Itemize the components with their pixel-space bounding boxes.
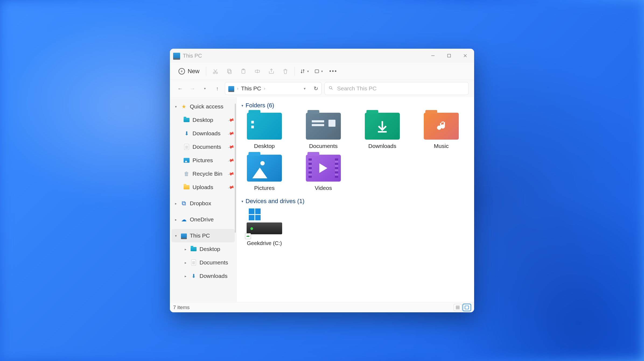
content-pane[interactable]: ▾ Folders (6) Desktop Documents D bbox=[237, 97, 474, 302]
search-bar[interactable] bbox=[324, 82, 469, 95]
desktop-folder-icon bbox=[247, 113, 282, 140]
folder-label: Videos bbox=[315, 185, 332, 191]
sidebar-item-label: Recycle Bin bbox=[192, 171, 222, 177]
sort-button[interactable]: ▾ bbox=[298, 68, 310, 74]
sidebar-item-label: Uploads bbox=[192, 184, 213, 190]
view-toggle bbox=[454, 304, 471, 311]
folder-item-pictures[interactable]: Pictures bbox=[242, 155, 287, 191]
sidebar-item-pictures[interactable]: Pictures 📌 bbox=[170, 154, 236, 167]
navigation-bar: ← → ▾ ↑ › This PC › ▾ ↻ bbox=[170, 80, 474, 97]
share-overlay-icon: ➦ bbox=[245, 233, 251, 239]
sidebar-item-pc-desktop[interactable]: ▸ Desktop bbox=[170, 242, 236, 256]
drive-item-c[interactable]: ➦ Geekdrive (C:) bbox=[242, 208, 287, 246]
sidebar-item-label: Documents bbox=[192, 144, 221, 150]
sidebar-item-label: Quick access bbox=[190, 103, 223, 110]
sidebar-item-downloads[interactable]: ⬇ Downloads 📌 bbox=[170, 127, 236, 140]
sidebar-item-recycle-bin[interactable]: 🗑 Recycle Bin 📌 bbox=[170, 167, 236, 180]
drives-grid: ➦ Geekdrive (C:) bbox=[242, 208, 469, 246]
section-title: Devices and drives (1) bbox=[246, 198, 304, 205]
paste-icon[interactable] bbox=[237, 65, 249, 77]
sidebar-item-quick-access[interactable]: ▾ ★ Quick access bbox=[170, 100, 236, 113]
delete-icon[interactable] bbox=[279, 65, 291, 77]
window-title: This PC bbox=[183, 53, 202, 59]
sidebar-item-pc-documents[interactable]: ▸ Documents bbox=[170, 256, 236, 269]
chevron-right-icon: ▸ bbox=[183, 261, 188, 265]
pin-icon: 📌 bbox=[228, 130, 235, 137]
folder-item-documents[interactable]: Documents bbox=[300, 113, 346, 149]
document-icon bbox=[184, 144, 189, 150]
search-input[interactable] bbox=[337, 85, 465, 92]
navigation-pane[interactable]: ▾ ★ Quick access Desktop 📌 ⬇ Downloads 📌… bbox=[170, 97, 237, 302]
chevron-down-icon: ▾ bbox=[174, 234, 178, 238]
onedrive-icon: ☁ bbox=[181, 216, 187, 223]
forward-button[interactable]: → bbox=[188, 84, 197, 93]
copy-icon[interactable] bbox=[223, 65, 235, 77]
sidebar-item-label: Downloads bbox=[192, 130, 220, 137]
details-view-button[interactable] bbox=[454, 304, 462, 311]
sidebar-item-label: Dropbox bbox=[190, 200, 211, 207]
search-icon bbox=[328, 86, 333, 92]
window-controls bbox=[430, 53, 471, 59]
folders-section-header[interactable]: ▾ Folders (6) bbox=[242, 102, 469, 109]
new-button-label: New bbox=[188, 68, 200, 75]
toolbar-separator bbox=[206, 67, 206, 76]
star-icon: ★ bbox=[181, 103, 187, 110]
maximize-button[interactable] bbox=[446, 53, 452, 59]
dropbox-icon: ⧉ bbox=[181, 200, 187, 207]
drive-icon: ➦ bbox=[246, 208, 283, 238]
sidebar-item-onedrive[interactable]: ▸ ☁ OneDrive bbox=[170, 213, 236, 226]
sidebar-item-desktop[interactable]: Desktop 📌 bbox=[170, 113, 236, 127]
breadcrumb-separator: › bbox=[264, 86, 265, 91]
pin-icon: 📌 bbox=[228, 170, 235, 177]
sidebar-item-this-pc[interactable]: ▾ This PC bbox=[172, 229, 235, 242]
folder-label: Music bbox=[434, 143, 449, 149]
sidebar-item-pc-downloads[interactable]: ▸ ⬇ Downloads bbox=[170, 269, 236, 283]
downloads-icon: ⬇ bbox=[190, 273, 197, 279]
drives-section-header[interactable]: ▾ Devices and drives (1) bbox=[242, 198, 469, 205]
back-button[interactable]: ← bbox=[175, 84, 185, 93]
pictures-icon bbox=[184, 158, 190, 163]
refresh-button[interactable]: ↻ bbox=[314, 85, 318, 92]
chevron-down-icon: ▾ bbox=[242, 199, 243, 203]
svg-line-15 bbox=[331, 89, 332, 90]
sidebar-item-dropbox[interactable]: ▸ ⧉ Dropbox bbox=[170, 197, 236, 210]
chevron-down-icon: ▾ bbox=[242, 104, 243, 108]
folder-icon bbox=[184, 185, 190, 189]
chevron-down-icon: ▾ bbox=[174, 105, 178, 109]
more-button[interactable]: ••• bbox=[327, 68, 340, 74]
folder-label: Downloads bbox=[368, 143, 396, 149]
music-folder-icon bbox=[424, 113, 459, 140]
toolbar-separator bbox=[295, 67, 295, 76]
sidebar-item-uploads[interactable]: Uploads 📌 bbox=[170, 180, 236, 194]
windows-logo-icon bbox=[249, 208, 261, 220]
folder-item-videos[interactable]: Videos bbox=[300, 155, 346, 191]
sidebar-item-documents[interactable]: Documents 📌 bbox=[170, 140, 236, 154]
recent-locations-button[interactable]: ▾ bbox=[200, 84, 210, 93]
breadcrumb-location[interactable]: This PC bbox=[241, 85, 261, 92]
tiles-view-button[interactable] bbox=[463, 304, 471, 311]
chevron-right-icon: ▸ bbox=[174, 201, 178, 206]
file-explorer-window: This PC + New bbox=[170, 49, 474, 312]
address-dropdown-button[interactable]: ▾ bbox=[304, 86, 306, 91]
sidebar-item-label: This PC bbox=[190, 232, 210, 239]
sidebar-item-label: Desktop bbox=[200, 246, 220, 252]
sidebar-item-label: Downloads bbox=[200, 273, 228, 279]
up-button[interactable]: ↑ bbox=[212, 84, 222, 93]
minimize-button[interactable] bbox=[430, 53, 436, 59]
new-button[interactable]: + New bbox=[175, 66, 203, 76]
address-bar[interactable]: › This PC › ▾ ↻ bbox=[225, 82, 322, 95]
rename-icon[interactable] bbox=[251, 65, 263, 77]
folder-item-desktop[interactable]: Desktop bbox=[242, 113, 287, 149]
folder-item-downloads[interactable]: Downloads bbox=[359, 113, 405, 149]
view-button[interactable]: ▾ bbox=[313, 69, 324, 74]
close-button[interactable] bbox=[462, 53, 468, 59]
sidebar-item-label: Documents bbox=[200, 259, 228, 266]
pin-icon: 📌 bbox=[228, 116, 235, 123]
cut-icon[interactable] bbox=[209, 65, 221, 77]
folder-item-music[interactable]: Music bbox=[418, 113, 464, 149]
desktop-folder-icon bbox=[184, 118, 190, 122]
plus-circle-icon: + bbox=[178, 68, 185, 75]
share-icon[interactable] bbox=[265, 65, 277, 77]
folder-label: Desktop bbox=[254, 143, 275, 149]
section-title: Folders (6) bbox=[246, 102, 274, 109]
